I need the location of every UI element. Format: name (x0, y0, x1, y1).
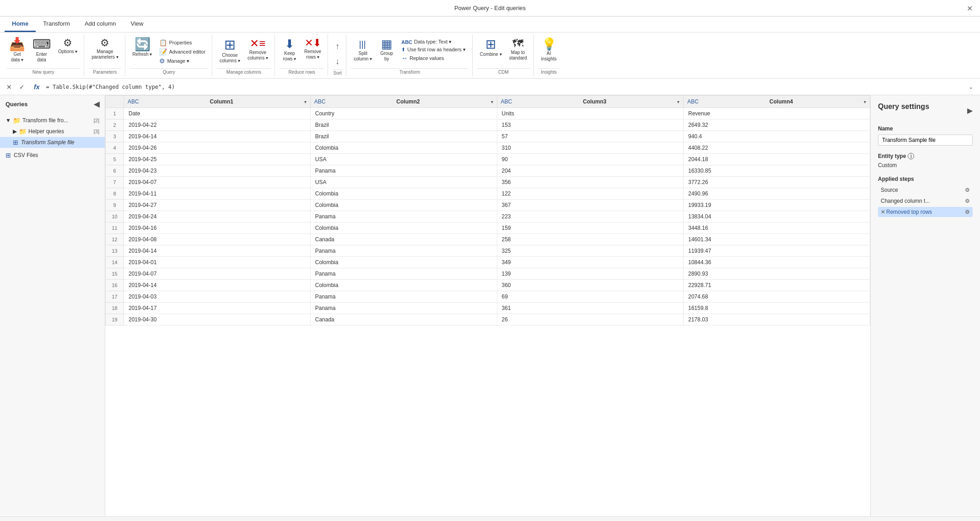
reduce-rows-label: Reduce rows (280, 68, 324, 75)
table-row: 1 Date Country Units Revenue (106, 108, 870, 119)
formula-input[interactable] (46, 84, 962, 90)
choose-columns-icon: ⊞ (224, 38, 236, 52)
row-number: 19 (106, 314, 124, 326)
title-bar: Power Query - Edit queries ✕ (0, 0, 980, 16)
tab-add-column[interactable]: Add column (77, 16, 124, 32)
step-remove-icon[interactable]: ✕ (881, 209, 885, 215)
column4-header[interactable]: ABC Column4 ▾ (684, 96, 870, 108)
tab-transform[interactable]: Transform (36, 16, 77, 32)
advanced-editor-icon: 📝 (159, 48, 167, 55)
combine-button[interactable]: ⊞ Combine ▾ (477, 36, 505, 59)
cell-col2: Colombia (310, 188, 497, 200)
cell-col3: 361 (497, 303, 684, 314)
cell-col1: 2019-04-07 (124, 177, 311, 188)
cell-col3: 356 (497, 177, 684, 188)
transform-sample-file-item[interactable]: ⊞ Transform Sample file (0, 137, 105, 148)
cell-col4: 16330.85 (684, 165, 870, 177)
cell-col3: 153 (497, 119, 684, 131)
col4-filter-icon[interactable]: ▾ (864, 99, 866, 104)
cell-col1: 2019-04-14 (124, 131, 311, 142)
refresh-icon: 🔄 (135, 38, 151, 51)
sort-descending-button[interactable]: ↓ (333, 55, 342, 68)
tab-home[interactable]: Home (5, 16, 36, 32)
cell-col3: 325 (497, 245, 684, 257)
remove-columns-button[interactable]: ✕≡ Removecolumns ▾ (245, 36, 271, 63)
data-grid[interactable]: ABC Column1 ▾ ABC Column2 ▾ (105, 95, 870, 516)
manage-parameters-button[interactable]: ⚙ Manageparameters ▾ (89, 36, 121, 62)
transform-sample-file-name: Transform Sample file (21, 139, 74, 146)
step-changed-column[interactable]: Changed column t... ⚙ (878, 196, 973, 206)
helper-group-name: Helper queries (28, 128, 92, 135)
col3-filter-icon[interactable]: ▾ (677, 99, 679, 104)
query-group-transform: ▼ 📁 Transform file fro... [2] ▶ 📁 Helper… (0, 113, 105, 150)
query-label: Query (130, 68, 208, 75)
transform-group-header[interactable]: ▼ 📁 Transform file fro... [2] (0, 115, 105, 126)
cell-col2: Colombia (310, 257, 497, 268)
row-number: 16 (106, 280, 124, 291)
queries-collapse-button[interactable]: ◀ (94, 100, 99, 109)
source-gear-icon[interactable]: ⚙ (965, 187, 970, 193)
cell-col2: Canada (310, 314, 497, 326)
cell-col3: 26 (497, 314, 684, 326)
col2-filter-icon[interactable]: ▾ (491, 99, 493, 104)
transform-group-count: [2] (94, 118, 99, 123)
cell-col1: 2019-04-26 (124, 142, 311, 154)
ai-insights-button[interactable]: 💡 AIinsights (538, 36, 560, 64)
options-button[interactable]: ⚙ Options ▾ (55, 36, 80, 56)
manage-columns-label: Manage columns (217, 68, 271, 75)
helper-folder-icon: 📁 (19, 128, 27, 135)
refresh-button[interactable]: 🔄 Refresh ▾ (130, 36, 155, 59)
cell-col3: 204 (497, 165, 684, 177)
options-icon: ⚙ (63, 38, 72, 48)
queries-panel: Queries ◀ ▼ 📁 Transform file fro... [2] … (0, 95, 105, 516)
footer: Cancel Save & close (0, 516, 980, 521)
ai-insights-icon: 💡 (542, 38, 556, 50)
properties-button[interactable]: 📋 Properties (156, 38, 208, 47)
name-input[interactable] (878, 135, 973, 146)
formula-accept-button[interactable]: ✓ (16, 81, 27, 92)
column1-header[interactable]: ABC Column1 ▾ (124, 96, 311, 108)
replace-values-button[interactable]: ↔ Replace values (398, 54, 468, 63)
cell-col3: 310 (497, 142, 684, 154)
formula-expand-button[interactable]: ⌄ (965, 81, 976, 92)
split-column-button[interactable]: ⫼ Splitcolumn ▾ (351, 36, 375, 64)
step-source[interactable]: Source ⚙ (878, 185, 973, 195)
column2-header[interactable]: ABC Column2 ▾ (310, 96, 497, 108)
close-button[interactable]: ✕ (959, 0, 980, 16)
manage-params-icon: ⚙ (100, 38, 109, 48)
query-settings-title: Query settings (878, 103, 929, 111)
cell-col4: 11939.47 (684, 245, 870, 257)
col1-name: Column1 (141, 98, 302, 105)
advanced-editor-button[interactable]: 📝 Advanced editor (156, 47, 208, 56)
cell-col4: 3772.26 (684, 177, 870, 188)
map-to-standard-button[interactable]: 🗺 Map tostandard (506, 36, 530, 63)
enter-data-button[interactable]: ⌨ Enterdata (30, 36, 54, 65)
get-data-button[interactable]: 📥 Getdata ▾ (6, 36, 28, 65)
row-number: 12 (106, 234, 124, 245)
col4-type-icon: ABC (687, 98, 699, 105)
helper-queries-header[interactable]: ▶ 📁 Helper queries [3] (7, 126, 105, 137)
data-type-button[interactable]: ABC Data type: Text ▾ (398, 38, 468, 46)
data-area: ABC Column1 ▾ ABC Column2 ▾ (105, 95, 870, 516)
csv-files-name: CSV Files (14, 152, 38, 158)
tab-view[interactable]: View (124, 16, 151, 32)
properties-icon: 📋 (159, 39, 167, 46)
changed-column-gear-icon[interactable]: ⚙ (965, 198, 970, 204)
cell-col1: Date (124, 108, 311, 119)
sort-ascending-button[interactable]: ↑ (333, 40, 342, 53)
formula-reject-button[interactable]: ✕ (4, 81, 15, 92)
table-row: 18 2019-04-17 Panama 361 16159.8 (106, 303, 870, 314)
column3-header[interactable]: ABC Column3 ▾ (497, 96, 684, 108)
step-removed-top-rows[interactable]: ✕ Removed top rows ⚙ (878, 207, 973, 217)
use-first-row-button[interactable]: ⬆ Use first row as headers ▾ (398, 46, 468, 54)
removed-rows-gear-icon[interactable]: ⚙ (965, 209, 970, 215)
group-by-button[interactable]: ▦ Groupby (377, 36, 397, 64)
keep-rows-button[interactable]: ⬇ Keeprows ▾ (280, 36, 300, 64)
csv-files-item[interactable]: ⊞ CSV Files (0, 150, 105, 161)
col1-filter-icon[interactable]: ▾ (304, 99, 307, 104)
settings-expand-button[interactable]: ▶ (967, 106, 973, 115)
choose-columns-button[interactable]: ⊞ Choosecolumns ▾ (217, 36, 243, 65)
manage-button[interactable]: ⚙ Manage ▾ (156, 56, 208, 65)
remove-rows-button[interactable]: ✕⬇ Removerows ▾ (302, 36, 324, 62)
cell-col2: Brazil (310, 119, 497, 131)
